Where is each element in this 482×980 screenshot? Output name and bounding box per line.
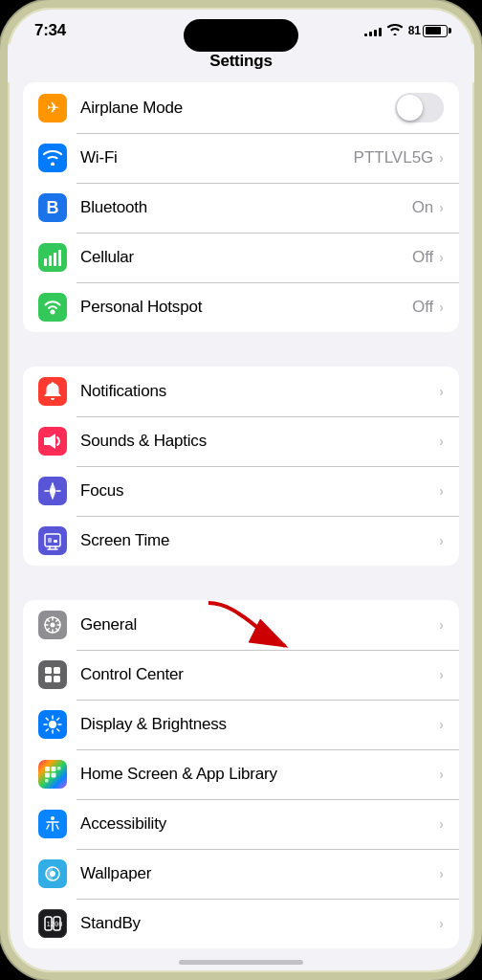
control-center-icon <box>38 660 67 689</box>
sounds-haptics-icon <box>38 427 67 456</box>
home-screen-chevron-icon: › <box>439 767 444 782</box>
general-label: General <box>80 615 439 635</box>
settings-row-airplane-mode[interactable]: ✈ Airplane Mode <box>23 82 459 133</box>
wifi-icon <box>38 144 67 172</box>
control-center-chevron-icon: › <box>439 667 444 682</box>
sounds-haptics-label: Sounds & Haptics <box>80 432 439 451</box>
airplane-mode-toggle[interactable] <box>395 93 444 122</box>
cellular-chevron-icon: › <box>439 250 444 265</box>
svg-rect-21 <box>52 773 56 778</box>
dynamic-island <box>184 19 298 52</box>
bluetooth-value: On <box>412 198 434 217</box>
focus-chevron-icon: › <box>439 483 444 499</box>
settings-row-home-screen[interactable]: Home Screen & App Library › <box>23 749 459 799</box>
control-center-label: Control Center <box>80 665 439 684</box>
svg-rect-9 <box>48 538 52 543</box>
svg-marker-6 <box>44 434 55 449</box>
svg-point-4 <box>51 310 55 315</box>
personal-hotspot-label: Personal Hotspot <box>80 298 412 317</box>
battery-icon: 81 <box>408 24 448 37</box>
wallpaper-icon <box>38 859 67 888</box>
toggle-thumb <box>397 95 423 121</box>
screen-time-icon <box>38 526 67 555</box>
bluetooth-chevron-icon: › <box>439 200 444 215</box>
signal-bars-icon <box>364 25 382 36</box>
svg-rect-18 <box>45 767 50 771</box>
svg-rect-10 <box>54 540 57 543</box>
status-icons: 81 <box>364 23 448 38</box>
home-screen-label: Home Screen & App Library <box>80 765 439 784</box>
home-indicator <box>179 960 303 965</box>
display-brightness-label: Display & Brightness <box>80 715 439 734</box>
settings-row-display-brightness[interactable]: Display & Brightness › <box>23 700 459 749</box>
signal-bar-4 <box>379 28 382 36</box>
wifi-value: PTTLVL5G <box>354 148 434 167</box>
phone-frame: 7:34 81 Se <box>0 0 482 980</box>
notifications-label: Notifications <box>80 382 439 401</box>
signal-bar-3 <box>374 30 377 36</box>
svg-rect-19 <box>52 767 56 771</box>
wallpaper-label: Wallpaper <box>80 864 439 883</box>
settings-row-general[interactable]: General › <box>23 600 459 650</box>
settings-row-sounds-haptics[interactable]: Sounds & Haptics › <box>23 416 459 466</box>
svg-point-24 <box>51 816 55 820</box>
svg-rect-15 <box>45 676 52 682</box>
bluetooth-icon: B <box>38 193 67 222</box>
signal-bar-2 <box>369 32 372 36</box>
settings-group-system1: Notifications › Sounds & Haptics › <box>23 367 459 566</box>
settings-row-cellular[interactable]: Cellular Off › <box>23 233 459 282</box>
standby-chevron-icon: › <box>439 916 444 931</box>
svg-rect-0 <box>44 258 47 266</box>
personal-hotspot-value: Off <box>412 298 433 317</box>
svg-rect-1 <box>49 256 52 266</box>
settings-row-wifi[interactable]: Wi-Fi PTTLVL5G › <box>23 133 459 183</box>
wifi-chevron-icon: › <box>439 150 444 166</box>
bluetooth-label: Bluetooth <box>80 198 412 217</box>
notifications-chevron-icon: › <box>439 384 444 399</box>
accessibility-label: Accessibility <box>80 814 439 834</box>
accessibility-chevron-icon: › <box>439 816 444 832</box>
settings-content: ✈ Airplane Mode Wi-Fi PTTLVL5G › <box>8 82 474 980</box>
settings-group-system2: General › Control Center › <box>23 600 459 948</box>
airplane-mode-label: Airplane Mode <box>80 99 395 118</box>
focus-label: Focus <box>80 481 439 501</box>
cellular-value: Off <box>412 248 433 267</box>
svg-text:00: 00 <box>55 921 62 928</box>
svg-rect-13 <box>45 667 52 674</box>
svg-point-7 <box>50 488 55 494</box>
focus-icon <box>38 477 67 505</box>
svg-rect-14 <box>54 667 60 674</box>
svg-rect-23 <box>45 779 49 783</box>
settings-row-standby[interactable]: 12 00 StandBy › <box>23 899 459 948</box>
general-icon <box>38 611 67 639</box>
battery-body <box>423 25 448 37</box>
settings-row-notifications[interactable]: Notifications › <box>23 367 459 416</box>
home-screen-icon <box>38 760 67 789</box>
battery-percent: 81 <box>408 24 421 37</box>
standby-icon: 12 00 <box>38 909 67 938</box>
wifi-label: Wi-Fi <box>80 148 354 167</box>
settings-group-connectivity: ✈ Airplane Mode Wi-Fi PTTLVL5G › <box>23 82 459 332</box>
display-brightness-icon <box>38 710 67 739</box>
page-title: Settings <box>209 52 272 70</box>
svg-rect-3 <box>58 250 61 266</box>
svg-rect-22 <box>57 767 61 770</box>
settings-row-wallpaper[interactable]: Wallpaper › <box>23 849 459 899</box>
cellular-label: Cellular <box>80 248 412 267</box>
settings-row-control-center[interactable]: Control Center › <box>23 650 459 700</box>
svg-point-17 <box>49 721 56 728</box>
status-time: 7:34 <box>34 21 66 40</box>
svg-rect-20 <box>45 773 50 778</box>
settings-row-accessibility[interactable]: Accessibility › <box>23 799 459 849</box>
general-chevron-icon: › <box>439 617 444 633</box>
svg-rect-16 <box>54 676 60 682</box>
settings-row-focus[interactable]: Focus › <box>23 466 459 516</box>
svg-point-12 <box>51 623 55 628</box>
settings-row-bluetooth[interactable]: B Bluetooth On › <box>23 183 459 233</box>
sounds-haptics-chevron-icon: › <box>439 434 444 449</box>
settings-row-personal-hotspot[interactable]: Personal Hotspot Off › <box>23 282 459 332</box>
settings-row-screen-time[interactable]: Screen Time › <box>23 516 459 566</box>
display-brightness-chevron-icon: › <box>439 717 444 732</box>
screen-time-label: Screen Time <box>80 531 439 550</box>
notifications-icon <box>38 377 67 406</box>
